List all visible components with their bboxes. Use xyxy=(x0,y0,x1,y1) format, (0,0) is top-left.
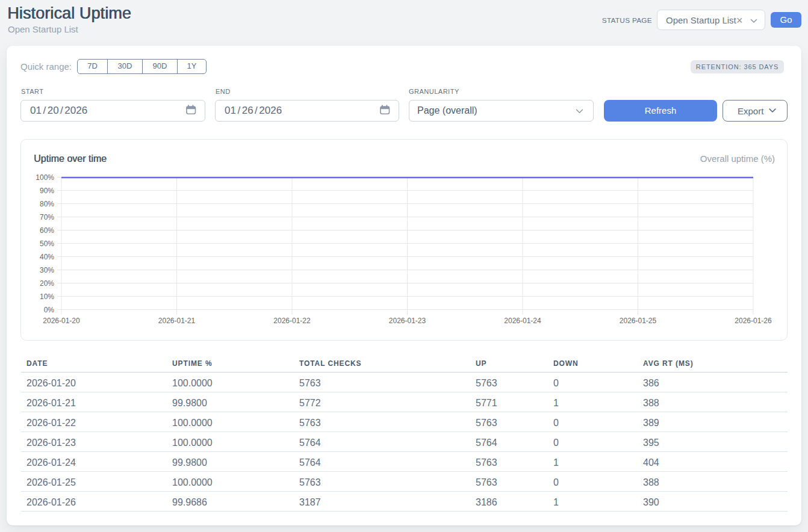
svg-text:2026-01-26: 2026-01-26 xyxy=(735,317,772,325)
svg-text:2026-01-21: 2026-01-21 xyxy=(158,317,196,325)
svg-text:90%: 90% xyxy=(40,187,54,195)
svg-text:2026-01-22: 2026-01-22 xyxy=(273,317,311,325)
svg-text:50%: 50% xyxy=(40,240,54,248)
svg-text:2026-01-23: 2026-01-23 xyxy=(389,317,426,325)
svg-text:20%: 20% xyxy=(40,279,54,288)
svg-text:80%: 80% xyxy=(40,200,54,208)
svg-text:2026-01-25: 2026-01-25 xyxy=(620,317,657,325)
svg-text:2026-01-24: 2026-01-24 xyxy=(504,317,541,325)
svg-text:10%: 10% xyxy=(40,292,54,301)
svg-text:60%: 60% xyxy=(40,226,54,235)
svg-text:30%: 30% xyxy=(40,266,54,274)
svg-text:100%: 100% xyxy=(36,173,54,182)
svg-text:2026-01-20: 2026-01-20 xyxy=(43,317,80,325)
svg-text:40%: 40% xyxy=(40,253,54,261)
svg-text:0%: 0% xyxy=(44,306,55,314)
svg-text:70%: 70% xyxy=(40,213,54,221)
